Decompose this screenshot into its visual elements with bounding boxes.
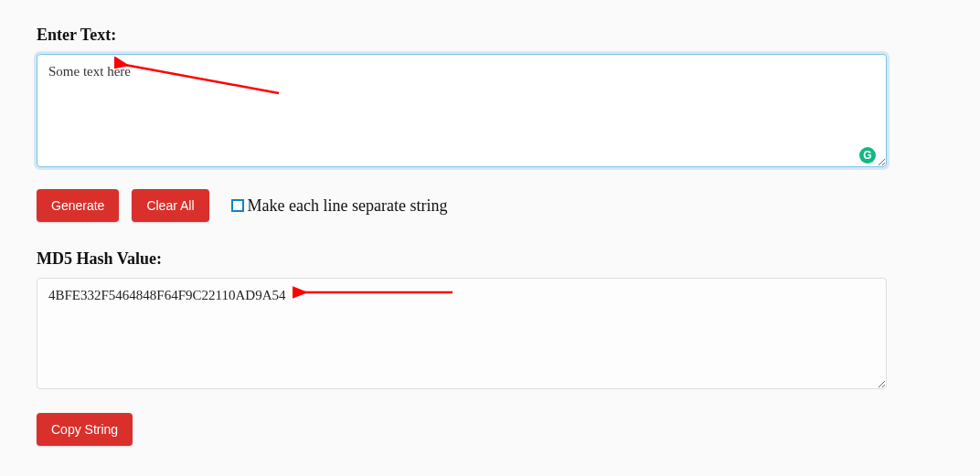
enter-text-label: Enter Text: xyxy=(37,26,943,45)
text-input[interactable] xyxy=(37,54,887,167)
md5-hash-label: MD5 Hash Value: xyxy=(37,249,943,269)
copy-string-button[interactable]: Copy String xyxy=(37,413,133,446)
clear-all-button[interactable]: Clear All xyxy=(132,189,208,222)
separate-lines-checkbox[interactable] xyxy=(231,199,244,212)
hash-output[interactable] xyxy=(37,278,887,389)
separate-lines-label: Make each line separate string xyxy=(248,196,448,216)
generate-button[interactable]: Generate xyxy=(37,189,119,222)
